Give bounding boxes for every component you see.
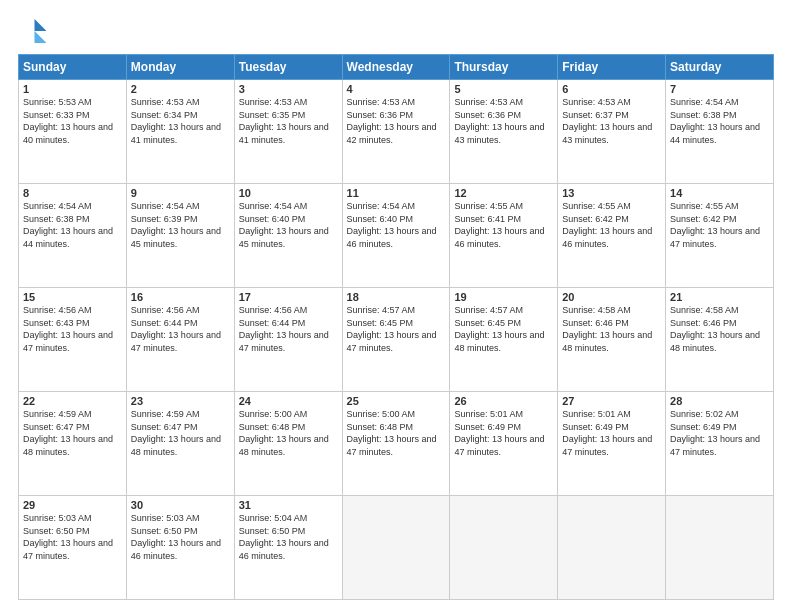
day-number: 14 — [670, 187, 769, 199]
day-number: 18 — [347, 291, 446, 303]
week-row-3: 15Sunrise: 4:56 AMSunset: 6:43 PMDayligh… — [19, 288, 774, 392]
day-cell-9: 9Sunrise: 4:54 AMSunset: 6:39 PMDaylight… — [126, 184, 234, 288]
day-info: Sunrise: 4:53 AMSunset: 6:35 PMDaylight:… — [239, 97, 329, 145]
day-cell-2: 2Sunrise: 4:53 AMSunset: 6:34 PMDaylight… — [126, 80, 234, 184]
day-number: 8 — [23, 187, 122, 199]
weekday-header-monday: Monday — [126, 55, 234, 80]
day-info: Sunrise: 5:03 AMSunset: 6:50 PMDaylight:… — [23, 513, 113, 561]
day-info: Sunrise: 4:56 AMSunset: 6:44 PMDaylight:… — [131, 305, 221, 353]
day-cell-29: 29Sunrise: 5:03 AMSunset: 6:50 PMDayligh… — [19, 496, 127, 600]
day-number: 28 — [670, 395, 769, 407]
day-cell-28: 28Sunrise: 5:02 AMSunset: 6:49 PMDayligh… — [666, 392, 774, 496]
week-row-1: 1Sunrise: 5:53 AMSunset: 6:33 PMDaylight… — [19, 80, 774, 184]
day-number: 11 — [347, 187, 446, 199]
day-info: Sunrise: 4:54 AMSunset: 6:38 PMDaylight:… — [670, 97, 760, 145]
day-number: 26 — [454, 395, 553, 407]
day-info: Sunrise: 4:59 AMSunset: 6:47 PMDaylight:… — [131, 409, 221, 457]
day-number: 5 — [454, 83, 553, 95]
day-cell-23: 23Sunrise: 4:59 AMSunset: 6:47 PMDayligh… — [126, 392, 234, 496]
day-cell-19: 19Sunrise: 4:57 AMSunset: 6:45 PMDayligh… — [450, 288, 558, 392]
svg-marker-1 — [35, 31, 47, 43]
day-cell-26: 26Sunrise: 5:01 AMSunset: 6:49 PMDayligh… — [450, 392, 558, 496]
day-info: Sunrise: 5:53 AMSunset: 6:33 PMDaylight:… — [23, 97, 113, 145]
day-cell-4: 4Sunrise: 4:53 AMSunset: 6:36 PMDaylight… — [342, 80, 450, 184]
day-info: Sunrise: 5:02 AMSunset: 6:49 PMDaylight:… — [670, 409, 760, 457]
day-number: 19 — [454, 291, 553, 303]
day-number: 3 — [239, 83, 338, 95]
day-number: 29 — [23, 499, 122, 511]
day-info: Sunrise: 5:03 AMSunset: 6:50 PMDaylight:… — [131, 513, 221, 561]
logo — [18, 16, 52, 46]
day-info: Sunrise: 4:58 AMSunset: 6:46 PMDaylight:… — [562, 305, 652, 353]
weekday-header-sunday: Sunday — [19, 55, 127, 80]
day-info: Sunrise: 5:00 AMSunset: 6:48 PMDaylight:… — [239, 409, 329, 457]
day-info: Sunrise: 4:55 AMSunset: 6:42 PMDaylight:… — [562, 201, 652, 249]
day-cell-30: 30Sunrise: 5:03 AMSunset: 6:50 PMDayligh… — [126, 496, 234, 600]
day-info: Sunrise: 4:53 AMSunset: 6:36 PMDaylight:… — [347, 97, 437, 145]
header — [18, 16, 774, 46]
week-row-5: 29Sunrise: 5:03 AMSunset: 6:50 PMDayligh… — [19, 496, 774, 600]
page: SundayMondayTuesdayWednesdayThursdayFrid… — [0, 0, 792, 612]
day-cell-18: 18Sunrise: 4:57 AMSunset: 6:45 PMDayligh… — [342, 288, 450, 392]
day-info: Sunrise: 4:56 AMSunset: 6:44 PMDaylight:… — [239, 305, 329, 353]
day-number: 27 — [562, 395, 661, 407]
day-number: 10 — [239, 187, 338, 199]
day-cell-14: 14Sunrise: 4:55 AMSunset: 6:42 PMDayligh… — [666, 184, 774, 288]
day-info: Sunrise: 4:55 AMSunset: 6:42 PMDaylight:… — [670, 201, 760, 249]
week-row-2: 8Sunrise: 4:54 AMSunset: 6:38 PMDaylight… — [19, 184, 774, 288]
day-cell-17: 17Sunrise: 4:56 AMSunset: 6:44 PMDayligh… — [234, 288, 342, 392]
empty-cell — [558, 496, 666, 600]
day-info: Sunrise: 4:57 AMSunset: 6:45 PMDaylight:… — [454, 305, 544, 353]
day-cell-7: 7Sunrise: 4:54 AMSunset: 6:38 PMDaylight… — [666, 80, 774, 184]
calendar-table: SundayMondayTuesdayWednesdayThursdayFrid… — [18, 54, 774, 600]
day-info: Sunrise: 4:53 AMSunset: 6:34 PMDaylight:… — [131, 97, 221, 145]
day-cell-8: 8Sunrise: 4:54 AMSunset: 6:38 PMDaylight… — [19, 184, 127, 288]
weekday-header-thursday: Thursday — [450, 55, 558, 80]
day-number: 2 — [131, 83, 230, 95]
day-cell-10: 10Sunrise: 4:54 AMSunset: 6:40 PMDayligh… — [234, 184, 342, 288]
day-number: 15 — [23, 291, 122, 303]
day-number: 16 — [131, 291, 230, 303]
weekday-header-tuesday: Tuesday — [234, 55, 342, 80]
day-number: 30 — [131, 499, 230, 511]
day-number: 23 — [131, 395, 230, 407]
day-info: Sunrise: 4:54 AMSunset: 6:38 PMDaylight:… — [23, 201, 113, 249]
day-info: Sunrise: 4:55 AMSunset: 6:41 PMDaylight:… — [454, 201, 544, 249]
svg-marker-0 — [35, 19, 47, 31]
day-number: 21 — [670, 291, 769, 303]
day-cell-20: 20Sunrise: 4:58 AMSunset: 6:46 PMDayligh… — [558, 288, 666, 392]
day-cell-15: 15Sunrise: 4:56 AMSunset: 6:43 PMDayligh… — [19, 288, 127, 392]
day-cell-21: 21Sunrise: 4:58 AMSunset: 6:46 PMDayligh… — [666, 288, 774, 392]
day-info: Sunrise: 4:54 AMSunset: 6:40 PMDaylight:… — [239, 201, 329, 249]
day-number: 1 — [23, 83, 122, 95]
day-number: 7 — [670, 83, 769, 95]
empty-cell — [342, 496, 450, 600]
day-info: Sunrise: 5:01 AMSunset: 6:49 PMDaylight:… — [562, 409, 652, 457]
day-cell-5: 5Sunrise: 4:53 AMSunset: 6:36 PMDaylight… — [450, 80, 558, 184]
logo-icon — [18, 16, 48, 46]
day-number: 6 — [562, 83, 661, 95]
weekday-header-saturday: Saturday — [666, 55, 774, 80]
day-info: Sunrise: 4:54 AMSunset: 6:40 PMDaylight:… — [347, 201, 437, 249]
day-cell-6: 6Sunrise: 4:53 AMSunset: 6:37 PMDaylight… — [558, 80, 666, 184]
weekday-header-wednesday: Wednesday — [342, 55, 450, 80]
day-cell-31: 31Sunrise: 5:04 AMSunset: 6:50 PMDayligh… — [234, 496, 342, 600]
day-cell-27: 27Sunrise: 5:01 AMSunset: 6:49 PMDayligh… — [558, 392, 666, 496]
day-cell-13: 13Sunrise: 4:55 AMSunset: 6:42 PMDayligh… — [558, 184, 666, 288]
day-number: 12 — [454, 187, 553, 199]
day-cell-12: 12Sunrise: 4:55 AMSunset: 6:41 PMDayligh… — [450, 184, 558, 288]
day-info: Sunrise: 4:59 AMSunset: 6:47 PMDaylight:… — [23, 409, 113, 457]
day-number: 25 — [347, 395, 446, 407]
day-info: Sunrise: 4:53 AMSunset: 6:36 PMDaylight:… — [454, 97, 544, 145]
day-info: Sunrise: 5:04 AMSunset: 6:50 PMDaylight:… — [239, 513, 329, 561]
week-row-4: 22Sunrise: 4:59 AMSunset: 6:47 PMDayligh… — [19, 392, 774, 496]
day-info: Sunrise: 4:56 AMSunset: 6:43 PMDaylight:… — [23, 305, 113, 353]
day-info: Sunrise: 5:01 AMSunset: 6:49 PMDaylight:… — [454, 409, 544, 457]
day-cell-11: 11Sunrise: 4:54 AMSunset: 6:40 PMDayligh… — [342, 184, 450, 288]
empty-cell — [450, 496, 558, 600]
day-number: 22 — [23, 395, 122, 407]
empty-cell — [666, 496, 774, 600]
day-cell-22: 22Sunrise: 4:59 AMSunset: 6:47 PMDayligh… — [19, 392, 127, 496]
weekday-header-friday: Friday — [558, 55, 666, 80]
day-cell-16: 16Sunrise: 4:56 AMSunset: 6:44 PMDayligh… — [126, 288, 234, 392]
